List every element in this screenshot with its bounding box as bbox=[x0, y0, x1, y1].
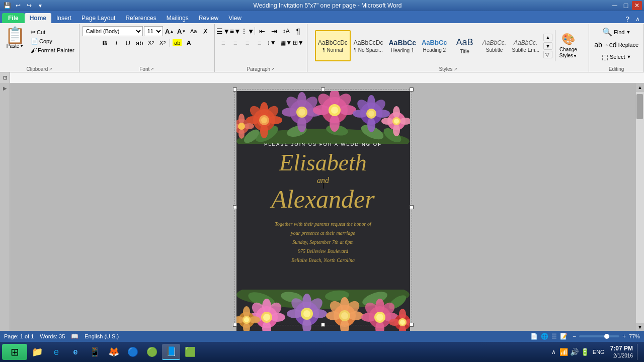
redo-btn[interactable]: ↪ bbox=[24, 1, 34, 10]
subscript-button[interactable]: X2 bbox=[145, 38, 156, 48]
zoom-slider[interactable] bbox=[579, 335, 619, 337]
find-button[interactable]: 🔍 Find▼ bbox=[600, 26, 632, 38]
ribbon-help-btn[interactable]: ? bbox=[623, 15, 631, 23]
style-subtitle[interactable]: AaBbCc. Subtitle bbox=[480, 30, 509, 61]
bullets-button[interactable]: ☰▼ bbox=[218, 26, 229, 36]
word-count[interactable]: Words: 35 bbox=[40, 333, 65, 339]
taskbar-chrome[interactable]: 🔵 bbox=[124, 344, 142, 360]
shrink-font-button[interactable]: A▼ bbox=[176, 26, 187, 36]
spell-check[interactable]: 📖 bbox=[71, 333, 78, 340]
format-painter-button[interactable]: 🖌 Format Painter bbox=[29, 46, 76, 54]
taskbar-app-green[interactable]: 🟢 bbox=[143, 344, 161, 360]
tab-mailings[interactable]: Mailings bbox=[162, 13, 194, 23]
taskbar-firefox[interactable]: 🦊 bbox=[105, 344, 123, 360]
qa-more-btn[interactable]: ▼ bbox=[35, 1, 45, 10]
show-desktop-btn[interactable] bbox=[637, 344, 640, 360]
scroll-down-btn[interactable]: ▼ bbox=[636, 323, 644, 331]
decrease-indent-button[interactable]: ⇤ bbox=[257, 26, 268, 36]
font-expand-icon[interactable]: ↗ bbox=[150, 67, 154, 71]
shading-button[interactable]: ▦▼ bbox=[281, 38, 292, 48]
view-draft-btn[interactable]: 📝 bbox=[560, 333, 568, 340]
ribbon-collapse-btn[interactable]: ∧ bbox=[633, 16, 642, 23]
save-btn[interactable]: 💾 bbox=[2, 1, 12, 10]
numbering-button[interactable]: ≡▼ bbox=[230, 26, 241, 36]
change-styles-button[interactable]: 🎨 ChangeStyles▼ bbox=[555, 30, 581, 61]
style-subtle-em[interactable]: AaBbCc. Subtle Em... bbox=[510, 30, 542, 61]
font-size-select[interactable]: 11 bbox=[144, 26, 163, 36]
styles-scroll-down[interactable]: ▼ bbox=[543, 42, 552, 50]
taskbar-app-teal[interactable]: 🟩 bbox=[181, 344, 199, 360]
copy-button[interactable]: 📄 Copy bbox=[29, 37, 76, 45]
tab-file[interactable]: File bbox=[2, 13, 25, 23]
language[interactable]: English (U.S.) bbox=[85, 333, 119, 339]
undo-btn[interactable]: ↩ bbox=[13, 1, 23, 10]
tab-home[interactable]: Home bbox=[25, 13, 51, 23]
strikethrough-button[interactable]: abx bbox=[134, 38, 145, 48]
tab-view[interactable]: View bbox=[223, 13, 247, 23]
handle-br[interactable] bbox=[410, 323, 414, 327]
styles-expand-btn[interactable]: ▽ bbox=[543, 51, 552, 58]
multilevel-button[interactable]: ⋮▼ bbox=[242, 26, 253, 36]
grow-font-button[interactable]: A▲ bbox=[164, 26, 175, 36]
taskbar-word[interactable]: 📘 bbox=[162, 344, 180, 360]
handle-tr[interactable] bbox=[410, 87, 414, 92]
taskbar-ie[interactable]: e bbox=[47, 344, 65, 360]
tab-references[interactable]: References bbox=[120, 13, 161, 23]
border-button[interactable]: ⊞▼ bbox=[293, 38, 304, 48]
clipboard-expand-icon[interactable]: ↗ bbox=[49, 67, 52, 71]
taskbar-file-explorer[interactable]: 📁 bbox=[28, 344, 46, 360]
sort-button[interactable]: ↕A bbox=[281, 26, 292, 36]
tray-lang[interactable]: ENG bbox=[591, 349, 606, 355]
scrollbar-thumb[interactable] bbox=[636, 94, 643, 119]
cut-button[interactable]: ✂ Cut bbox=[29, 28, 76, 36]
justify-button[interactable]: ≡ bbox=[254, 38, 265, 48]
clock[interactable]: 7:07 PM 2/1/2016 bbox=[608, 345, 635, 359]
show-para-button[interactable]: ¶ bbox=[293, 26, 304, 36]
handle-mr[interactable] bbox=[410, 205, 414, 209]
align-center-button[interactable]: ≡ bbox=[230, 38, 241, 48]
font-color-button[interactable]: A bbox=[183, 38, 194, 48]
tray-network[interactable]: 📶 bbox=[559, 348, 568, 356]
style-no-spacing[interactable]: AaBbCcDc ¶ No Spaci... bbox=[351, 30, 386, 61]
taskbar-viber[interactable]: 📱 bbox=[86, 344, 104, 360]
select-button[interactable]: ⬚ Select▼ bbox=[600, 52, 633, 62]
view-web-btn[interactable]: 🌐 bbox=[541, 333, 548, 340]
tab-review[interactable]: Review bbox=[194, 13, 223, 23]
style-heading2[interactable]: AaBbCc Heading 2 bbox=[419, 30, 450, 61]
superscript-button[interactable]: X2 bbox=[157, 38, 168, 48]
bold-button[interactable]: B bbox=[99, 38, 110, 48]
tab-pagelayout[interactable]: Page Layout bbox=[76, 13, 120, 23]
change-case-button[interactable]: Aa bbox=[188, 26, 199, 36]
start-button[interactable]: ⊞ bbox=[2, 344, 27, 360]
scroll-up-btn[interactable]: ▲ bbox=[636, 83, 644, 92]
taskbar-edge[interactable]: e bbox=[66, 344, 85, 360]
styles-expand-icon[interactable]: ↗ bbox=[454, 67, 457, 71]
align-right-button[interactable]: ≡ bbox=[242, 38, 253, 48]
style-normal[interactable]: AaBbCcDc ¶ Normal bbox=[315, 30, 351, 61]
increase-indent-button[interactable]: ⇥ bbox=[269, 26, 280, 36]
ruler-left-corner[interactable]: ⊡ bbox=[0, 72, 10, 83]
page-info[interactable]: Page: 1 of 1 bbox=[4, 333, 34, 339]
highlight-button[interactable]: ab bbox=[172, 38, 183, 48]
tab-insert[interactable]: Insert bbox=[51, 13, 76, 23]
align-left-button[interactable]: ≡ bbox=[218, 38, 229, 48]
italic-button[interactable]: I bbox=[111, 38, 122, 48]
replace-button[interactable]: ab→cd Replace bbox=[592, 40, 640, 50]
para-expand-icon[interactable]: ↗ bbox=[271, 67, 275, 71]
underline-button[interactable]: U bbox=[122, 38, 133, 48]
view-outline-btn[interactable]: ☰ bbox=[551, 333, 557, 340]
style-title[interactable]: AaB Title bbox=[450, 30, 479, 61]
view-print-btn[interactable]: 📄 bbox=[530, 333, 538, 340]
paste-button[interactable]: 📋 Paste▼ bbox=[3, 26, 27, 50]
zoom-out-btn[interactable]: − bbox=[573, 333, 576, 340]
close-btn[interactable]: ✕ bbox=[632, 1, 642, 10]
left-sidebar-arrow[interactable]: ▶ bbox=[3, 85, 7, 91]
line-spacing-button[interactable]: ↕▼ bbox=[266, 38, 277, 48]
zoom-in-btn[interactable]: + bbox=[622, 333, 626, 340]
tray-battery[interactable]: 🔋 bbox=[581, 348, 589, 356]
clear-formatting-button[interactable]: ✗ bbox=[200, 26, 211, 36]
style-heading1[interactable]: AaBbCc Heading 1 bbox=[386, 30, 418, 61]
invitation-image[interactable]: PLEASE JOIN US FOR A WEDDING OF Elisabet… bbox=[236, 91, 410, 323]
styles-scroll-up[interactable]: ▲ bbox=[543, 34, 552, 41]
tray-chevron[interactable]: ∧ bbox=[550, 348, 557, 355]
